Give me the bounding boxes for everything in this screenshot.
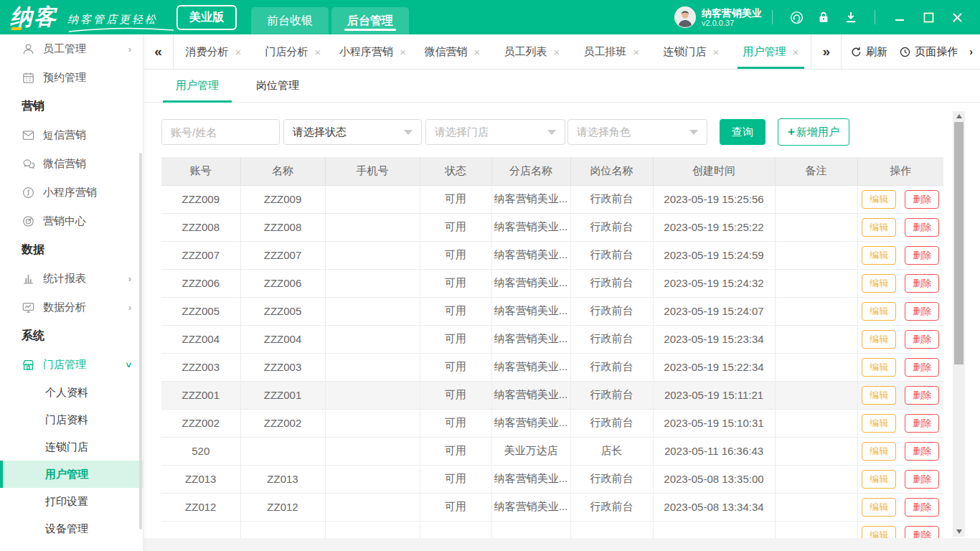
open-tab-0[interactable]: 消费分析× [174, 34, 253, 69]
edit-button[interactable]: 编辑 [862, 218, 896, 237]
edit-button[interactable]: 编辑 [862, 190, 896, 209]
delete-button[interactable]: 删除 [905, 414, 939, 433]
close-icon[interactable]: × [235, 47, 242, 57]
open-tab-4[interactable]: 员工列表× [492, 34, 572, 69]
scrollbar-thumb[interactable] [954, 122, 963, 364]
sidebar-item-0[interactable]: 员工管理› [0, 34, 143, 63]
role-select[interactable]: 请选择角色 [567, 119, 707, 145]
edit-button[interactable]: 编辑 [862, 302, 896, 321]
open-tab-6[interactable]: 连锁门店× [651, 34, 731, 69]
topnav-tab-0[interactable]: 前台收银 [251, 7, 329, 34]
edit-button[interactable]: 编辑 [862, 246, 896, 265]
open-tab-3[interactable]: 微信营销× [413, 34, 492, 69]
sidebar-item-label: 员工管理 [43, 42, 86, 56]
edit-button[interactable]: 编辑 [862, 386, 896, 405]
open-tab-5[interactable]: 员工排班× [572, 34, 651, 69]
cell-created: 2023-05-19 15:25:22 [653, 213, 775, 241]
maximize-button[interactable] [914, 6, 943, 28]
close-icon[interactable]: × [713, 47, 720, 57]
scroll-up-icon[interactable] [953, 111, 965, 121]
sidebar-item-6[interactable]: 营销中心 [0, 207, 143, 235]
close-button[interactable] [943, 6, 971, 28]
download-icon[interactable] [837, 6, 864, 28]
delete-button[interactable]: 删除 [905, 442, 939, 461]
lock-icon[interactable] [810, 6, 837, 28]
sidebar-item-8[interactable]: 统计报表› [0, 264, 143, 293]
sidebar-subitem-14[interactable]: 连锁门店 [0, 433, 143, 461]
cell-position: 行政前台 [570, 241, 653, 269]
close-icon[interactable]: × [554, 47, 560, 57]
sidebar-item-11[interactable]: 门店管理˅ [0, 350, 143, 379]
scroll-down-icon[interactable] [953, 527, 965, 537]
sidebar-item-4[interactable]: 微信营销 [0, 149, 143, 178]
sidebar-item-9[interactable]: 数据分析› [0, 293, 143, 321]
cell-status: 可用 [420, 437, 491, 465]
vertical-scrollbar[interactable] [953, 111, 965, 537]
panel-tab-1[interactable]: 岗位管理 [256, 70, 299, 102]
avatar[interactable] [674, 6, 696, 28]
sidebar-subitem-16[interactable]: 打印设置 [0, 488, 143, 515]
delete-button[interactable]: 删除 [905, 498, 939, 517]
cell-remark [775, 241, 857, 269]
sidebar-subitem-12[interactable]: 个人资料 [0, 379, 143, 406]
delete-button[interactable]: 删除 [905, 470, 939, 489]
sidebar-subitem-15[interactable]: 用户管理 [0, 461, 143, 488]
open-tab-7[interactable]: 用户管理× [731, 34, 811, 69]
delete-button[interactable]: 删除 [905, 358, 939, 377]
close-icon[interactable]: × [793, 47, 799, 57]
plus-icon: + [788, 125, 795, 139]
edit-button[interactable]: 编辑 [862, 274, 896, 293]
edit-button[interactable]: 编辑 [862, 470, 896, 489]
status-select[interactable]: 请选择状态 [283, 119, 422, 145]
refresh-button[interactable]: 刷新 [850, 45, 887, 59]
topnav-tab-1[interactable]: 后台管理 [331, 7, 409, 34]
delete-button[interactable]: 删除 [905, 218, 939, 237]
add-user-button[interactable]: + 新增用户 [778, 118, 849, 146]
chevron-right-icon[interactable]: › [969, 46, 973, 57]
store-select[interactable]: 请选择门店 [425, 119, 565, 145]
delete-button[interactable]: 删除 [905, 190, 939, 209]
cell-actions: 编辑删除 [857, 521, 943, 538]
open-tab-1[interactable]: 门店分析× [253, 34, 333, 69]
edit-button[interactable]: 编辑 [862, 442, 896, 461]
logo-slogan: 纳客管店更轻松 [67, 13, 158, 27]
page-ops-button[interactable]: 页面操作 [899, 45, 958, 59]
edition-badge-button[interactable]: 美业版 [176, 5, 237, 30]
cell-store [491, 521, 570, 538]
sidebar-subitem-17[interactable]: 设备管理 [0, 515, 143, 542]
open-tab-2[interactable]: 小程序营销× [333, 34, 413, 69]
minimize-button[interactable] [885, 6, 914, 28]
delete-button[interactable]: 删除 [905, 526, 939, 539]
service-icon[interactable] [783, 6, 810, 28]
edit-button[interactable]: 编辑 [862, 358, 896, 377]
close-icon[interactable]: × [315, 47, 321, 57]
delete-button[interactable]: 删除 [905, 386, 939, 405]
delete-button[interactable]: 删除 [905, 330, 939, 349]
account-name-input[interactable] [161, 119, 280, 145]
close-icon[interactable]: × [474, 47, 481, 57]
cell-position: 行政前台 [570, 325, 653, 353]
sidebar-item-1[interactable]: 预约管理 [0, 63, 143, 92]
close-icon[interactable]: × [400, 47, 406, 57]
edit-button[interactable]: 编辑 [862, 414, 896, 433]
edit-button[interactable]: 编辑 [862, 330, 896, 349]
sidebar-subitem-13[interactable]: 门店资料 [0, 406, 143, 433]
edit-button[interactable]: 编辑 [862, 498, 896, 517]
cell-status: 可用 [420, 241, 491, 269]
search-button[interactable]: 查询 [720, 119, 765, 145]
edit-button[interactable]: 编辑 [862, 526, 896, 539]
tabs-scroll-right-icon[interactable]: » [811, 34, 841, 69]
sidebar-item-5[interactable]: 小程序营销 [0, 178, 143, 207]
sidebar-item-18[interactable]: 系统设置› [0, 542, 143, 551]
close-icon[interactable]: × [633, 47, 640, 57]
delete-button[interactable]: 删除 [905, 302, 939, 321]
sidebar-scrollbar-thumb[interactable] [139, 153, 142, 529]
sidebar-item-3[interactable]: 短信营销 [0, 121, 143, 149]
tabs-scroll-left-icon[interactable]: « [143, 34, 174, 69]
cell-phone [325, 465, 420, 493]
delete-button[interactable]: 删除 [905, 246, 939, 265]
cell-phone [325, 437, 420, 465]
delete-button[interactable]: 删除 [905, 274, 939, 293]
panel-tab-0[interactable]: 用户管理 [176, 70, 219, 102]
cell-position: 行政前台 [570, 465, 653, 493]
